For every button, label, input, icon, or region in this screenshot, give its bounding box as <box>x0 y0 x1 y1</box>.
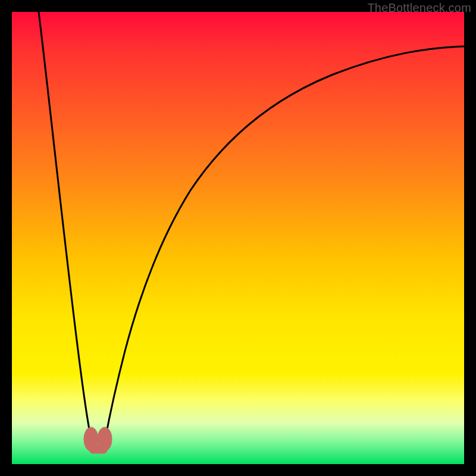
curve-right-branch <box>105 46 464 441</box>
chart-plot-area <box>12 12 464 464</box>
watermark-text: TheBottleneck.com <box>367 1 471 15</box>
chart-svg <box>12 12 464 464</box>
chart-frame: TheBottleneck.com <box>0 0 476 476</box>
valley-knot-bridge <box>89 445 107 453</box>
curve-left-branch <box>39 12 92 441</box>
valley-markers <box>84 427 112 453</box>
